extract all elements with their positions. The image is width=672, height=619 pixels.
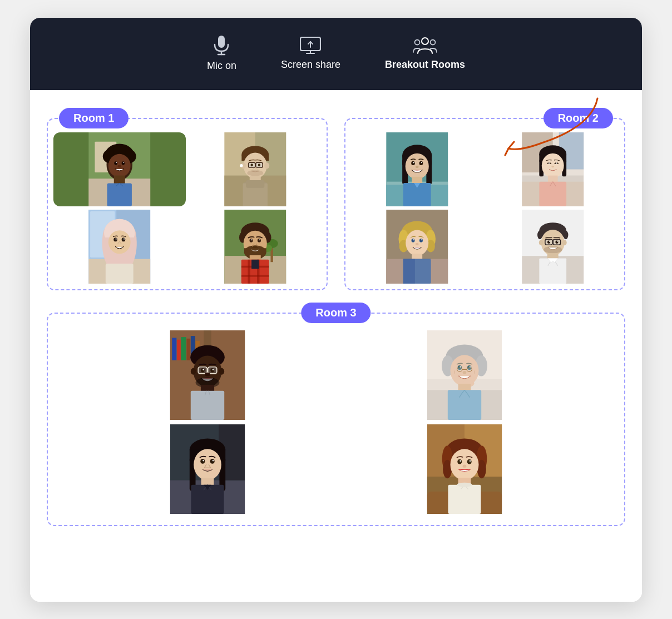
svg-point-218 (457, 459, 462, 464)
breakout-rooms-label: Breakout Rooms (385, 59, 465, 71)
svg-point-103 (556, 162, 557, 164)
room3-label: Room 3 (301, 303, 370, 323)
person8-visual (487, 210, 619, 284)
svg-rect-153 (181, 337, 186, 360)
svg-point-160 (191, 368, 196, 374)
svg-rect-76 (251, 259, 259, 269)
toolbar: Mic on Screen share Breakout Rooms (30, 18, 642, 90)
svg-point-167 (202, 369, 204, 370)
svg-point-122 (416, 242, 419, 245)
svg-point-19 (116, 162, 117, 163)
svg-rect-172 (191, 390, 224, 419)
svg-point-89 (416, 165, 419, 167)
svg-point-169 (205, 372, 210, 376)
app-container: Mic on Screen share Breakout Rooms (30, 18, 642, 602)
svg-point-225 (457, 482, 472, 487)
svg-point-140 (547, 240, 550, 244)
svg-point-144 (543, 246, 562, 253)
svg-rect-54 (106, 263, 134, 283)
room3-person3 (81, 424, 334, 514)
room2-container: Room 2 (344, 118, 625, 290)
person12-visual (338, 424, 591, 514)
svg-point-53 (123, 238, 125, 239)
room1-container: Room 1 (47, 118, 328, 290)
svg-point-142 (549, 241, 550, 242)
svg-point-87 (413, 162, 414, 163)
svg-point-201 (210, 459, 215, 464)
room1-person2 (189, 132, 322, 206)
svg-point-69 (259, 239, 260, 240)
svg-point-136 (562, 240, 566, 245)
screen-share-button[interactable]: Screen share (281, 37, 340, 71)
person6-visual (487, 132, 619, 206)
svg-rect-42 (246, 180, 264, 187)
screen-share-icon (300, 37, 321, 55)
svg-point-133 (563, 230, 568, 239)
person4-visual (189, 210, 322, 284)
svg-point-88 (421, 162, 422, 163)
svg-point-86 (419, 161, 423, 165)
person11-visual (81, 424, 334, 514)
svg-point-50 (113, 237, 117, 241)
svg-point-17 (114, 161, 117, 165)
svg-point-188 (463, 371, 467, 374)
svg-point-199 (194, 449, 221, 480)
person9-visual (81, 330, 334, 420)
mic-button[interactable]: Mic on (207, 36, 236, 72)
svg-point-221 (470, 460, 471, 462)
mic-icon (213, 36, 230, 56)
svg-point-165 (201, 368, 205, 372)
svg-point-20 (123, 162, 125, 163)
person10-visual (338, 330, 591, 420)
svg-point-168 (213, 369, 214, 370)
person2-visual (189, 132, 322, 206)
svg-rect-146 (539, 258, 566, 283)
svg-point-166 (210, 368, 214, 372)
svg-point-202 (202, 459, 204, 461)
main-content: Room 1 (30, 90, 642, 602)
svg-point-7 (431, 40, 436, 45)
svg-rect-125 (403, 259, 415, 283)
room3-person4 (338, 424, 591, 514)
svg-point-102 (548, 162, 550, 164)
svg-point-121 (421, 239, 422, 240)
room2-person1 (351, 132, 483, 206)
svg-rect-23 (107, 183, 132, 206)
mic-label: Mic on (207, 60, 236, 72)
svg-point-186 (467, 368, 472, 372)
svg-point-161 (219, 368, 224, 374)
svg-point-184 (470, 366, 471, 367)
room3-person2 (338, 330, 591, 420)
svg-point-52 (116, 238, 117, 239)
breakout-rooms-icon (413, 37, 437, 55)
room1-person1 (53, 132, 186, 206)
svg-point-66 (249, 239, 253, 242)
svg-point-185 (457, 368, 462, 372)
svg-point-51 (122, 237, 126, 241)
svg-point-135 (538, 240, 543, 245)
svg-point-220 (459, 460, 461, 462)
room1-grid (53, 132, 321, 284)
svg-point-49 (108, 230, 131, 254)
room2-person3 (351, 210, 483, 284)
svg-point-85 (411, 161, 415, 165)
svg-point-37 (258, 164, 260, 166)
svg-point-67 (257, 239, 260, 242)
svg-point-5 (422, 38, 428, 44)
svg-point-222 (463, 464, 467, 467)
room2-person4 (487, 210, 619, 284)
room2-label: Room 2 (543, 108, 613, 128)
svg-point-68 (251, 239, 252, 240)
svg-point-21 (117, 165, 121, 167)
person1-visual (53, 132, 186, 206)
breakout-rooms-button[interactable]: Breakout Rooms (385, 37, 465, 71)
svg-point-104 (551, 165, 554, 167)
room1-label: Room 1 (59, 108, 129, 128)
svg-point-143 (557, 241, 558, 242)
svg-point-219 (467, 459, 472, 464)
screen-share-label: Screen share (281, 59, 340, 71)
svg-rect-152 (177, 339, 181, 360)
svg-point-32 (240, 164, 243, 167)
svg-point-203 (213, 459, 214, 461)
svg-rect-106 (539, 181, 566, 206)
